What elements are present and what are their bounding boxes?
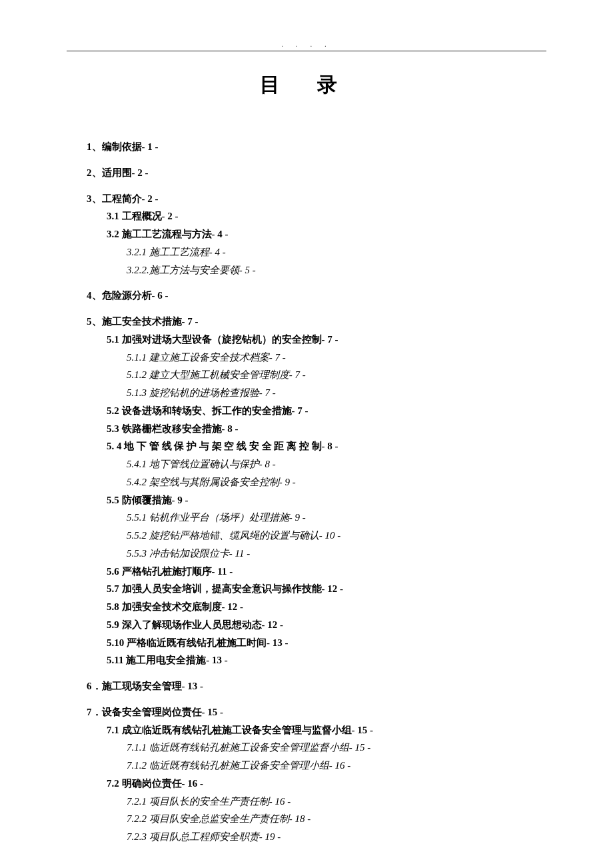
toc-entry: 7.1 成立临近既有线钻孔桩施工设备安全管理与监督小组- 15 - bbox=[107, 722, 546, 739]
toc-entry: 6．施工现场安全管理- 13 - bbox=[87, 678, 546, 695]
page-title: 目 录 bbox=[67, 71, 546, 99]
toc-entry: 5.5 防倾覆措施- 9 - bbox=[107, 492, 546, 509]
toc-entry: 7.2.1 项目队长的安全生产责任制- 16 - bbox=[127, 793, 546, 810]
toc-entry: 1、编制依据- 1 - bbox=[87, 139, 546, 155]
toc-entry: 5.5.1 钻机作业平台（场坪）处理措施- 9 - bbox=[127, 509, 546, 526]
toc-entry: 5.2 设备进场和转场安、拆工作的安全措施- 7 - bbox=[107, 403, 546, 419]
toc-entry: 5.8 加强安全技术交底制度- 12 - bbox=[107, 599, 546, 615]
header-rule bbox=[67, 51, 546, 51]
toc-entry: 5.11 施工用电安全措施- 13 - bbox=[107, 652, 546, 669]
toc-entry: 7．设备安全管理岗位责任- 15 - bbox=[87, 704, 546, 721]
toc-entry: 2、适用围- 2 - bbox=[87, 165, 546, 181]
toc-entry: 5.9 深入了解现场作业人员思想动态- 12 - bbox=[107, 617, 546, 633]
toc-entry: 5、施工安全技术措施- 7 - bbox=[87, 313, 546, 330]
header-dots: . . . . bbox=[67, 40, 546, 48]
toc-entry: 3.2 施工工艺流程与方法- 4 - bbox=[107, 226, 546, 243]
toc-entry: 5.5.2 旋挖钻严格地锚、缆风绳的设置与确认- 10 - bbox=[127, 527, 546, 544]
toc-entry: 5.6 严格钻孔桩施打顺序- 11 - bbox=[107, 563, 546, 580]
toc-entry: 5.1.3 旋挖钻机的进场检查报验- 7 - bbox=[127, 385, 546, 401]
toc-entry: 5.7 加强人员安全培训，提高安全意识与操作技能- 12 - bbox=[107, 581, 546, 597]
toc-entry: 5.10 严格临近既有线钻孔桩施工时间- 13 - bbox=[107, 635, 546, 651]
toc-entry: 5.1.2 建立大型施工机械安全管理制度- 7 - bbox=[127, 367, 546, 383]
toc-entry: 5.3 铁路栅栏改移安全措施- 8 - bbox=[107, 421, 546, 437]
toc-entry: 7.1.1 临近既有线钻孔桩施工设备安全管理监督小组- 15 - bbox=[127, 739, 546, 756]
toc-entry: 4、危险源分析- 6 - bbox=[87, 287, 546, 304]
toc-entry: 5.1.1 建立施工设备安全技术档案- 7 - bbox=[127, 349, 546, 366]
toc-entry: 5.1 加强对进场大型设备（旋挖钻机）的安全控制- 7 - bbox=[107, 331, 546, 348]
toc-entry: 7.2.2 项目队安全总监安全生产责任制- 18 - bbox=[127, 811, 546, 827]
toc-entry: 5.5.3 冲击钻加设限位卡- 11 - bbox=[127, 545, 546, 562]
toc-entry: 3.2.2.施工方法与安全要领- 5 - bbox=[127, 262, 546, 279]
toc-entry: 7.2 明确岗位责任- 16 - bbox=[107, 775, 546, 792]
toc-entry: 3.1 工程概况- 2 - bbox=[107, 208, 546, 225]
toc-entry: 3.2.1 施工工艺流程- 4 - bbox=[127, 244, 546, 261]
document-page: . . . . 目 录 1、编制依据- 1 -2、适用围- 2 -3、工程简介-… bbox=[0, 0, 613, 868]
toc-entry: 5.4.2 架空线与其附属设备安全控制- 9 - bbox=[127, 474, 546, 491]
toc-entry: 7.2.3 项目队总工程师安全职责- 19 - bbox=[127, 829, 546, 845]
toc-entry: 7.1.2 临近既有线钻孔桩施工设备安全管理小组- 16 - bbox=[127, 757, 546, 774]
toc-entry: 5.4.1 地下管线位置确认与保护- 8 - bbox=[127, 456, 546, 473]
toc-entry: 3、工程简介- 2 - bbox=[87, 191, 546, 207]
table-of-contents: 1、编制依据- 1 -2、适用围- 2 -3、工程简介- 2 -3.1 工程概况… bbox=[67, 139, 546, 845]
toc-entry: 5. 4 地 下 管 线 保 护 与 架 空 线 安 全 距 离 控 制- 8 … bbox=[107, 438, 546, 455]
